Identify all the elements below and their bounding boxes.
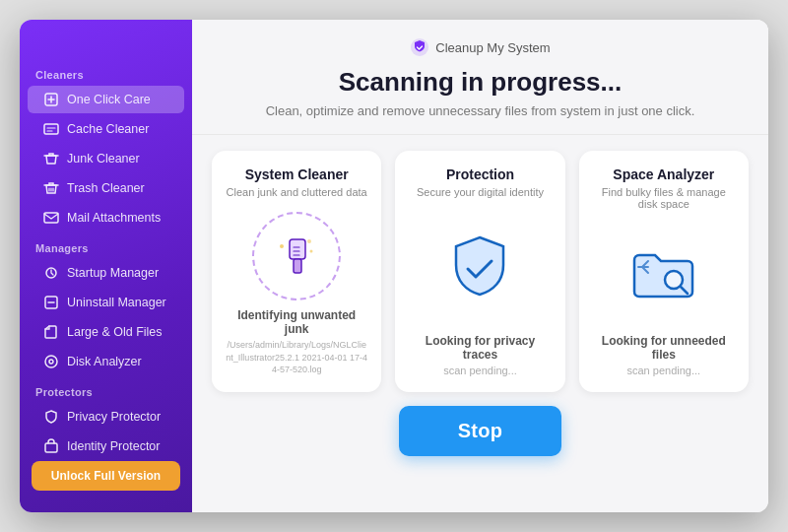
one-click-care-icon	[43, 92, 59, 107]
trash-cleaner-icon	[43, 180, 59, 196]
space-analyzer-subtitle: Find bulky files & manage disk space	[593, 186, 735, 210]
svg-rect-9	[290, 239, 305, 259]
sidebar-item-label: Trash Cleaner	[67, 181, 145, 195]
system-cleaner-file-path: /Users/admin/Library/Logs/NGLClient_Illu…	[226, 339, 367, 376]
sidebar: Cleaners One Click Care Cache Cleaner	[20, 20, 192, 512]
scan-title: Scanning in progress...	[212, 67, 749, 98]
svg-point-13	[307, 239, 311, 243]
cards-row: System Cleaner Clean junk and cluttered …	[212, 151, 749, 392]
sidebar-item-label: Junk Cleaner	[67, 152, 140, 166]
shield-check-icon	[440, 230, 519, 308]
sidebar-item-label: Uninstall Manager	[67, 296, 166, 309]
protection-title: Protection	[446, 166, 514, 182]
sidebar-item-one-click-care[interactable]: One Click Care	[28, 86, 184, 113]
space-analyzer-card: Space Analyzer Find bulky files & manage…	[579, 151, 749, 392]
svg-rect-1	[44, 124, 58, 134]
protectors-section-label: Protectors	[20, 376, 192, 402]
svg-point-12	[310, 250, 313, 253]
sidebar-item-identity-protector[interactable]: Identity Protector	[28, 432, 184, 460]
scan-subtitle: Clean, optimize and remove unnecessary f…	[212, 103, 749, 118]
protection-card: Protection Secure your digital identity …	[395, 151, 564, 392]
main-body: System Cleaner Clean junk and cluttered …	[192, 135, 768, 512]
sidebar-item-label: Mail Attachments	[67, 211, 161, 225]
protection-pending: scan pending...	[443, 365, 517, 376]
scan-animation	[252, 212, 341, 300]
space-analyzer-status: Looking for unneeded files	[593, 334, 735, 362]
stop-button[interactable]: Stop	[399, 406, 562, 456]
sidebar-item-label: Large & Old Files	[67, 325, 163, 339]
app-title-bar: Cleanup My System	[212, 37, 749, 57]
sidebar-item-uninstall-manager[interactable]: Uninstall Manager	[28, 289, 184, 316]
disk-analyzer-icon	[43, 354, 59, 369]
app-title-text: Cleanup My System	[435, 40, 550, 55]
protection-subtitle: Secure your digital identity	[417, 186, 544, 198]
space-analyzer-title: Space Analyzer	[613, 166, 714, 182]
system-cleaner-status: Identifying unwanted junk	[226, 308, 367, 336]
sidebar-item-large-old-files[interactable]: Large & Old Files	[28, 318, 184, 346]
large-old-files-icon	[43, 324, 59, 340]
sidebar-item-label: Identity Protector	[67, 439, 161, 453]
uninstall-manager-icon	[43, 295, 59, 310]
space-analyzer-illustration	[593, 224, 735, 326]
system-cleaner-subtitle: Clean junk and cluttered data	[227, 186, 367, 198]
cleaners-section-label: Cleaners	[20, 59, 192, 85]
privacy-protector-icon	[43, 409, 59, 425]
system-cleaner-card: System Cleaner Clean junk and cluttered …	[212, 151, 381, 392]
sidebar-item-cache-cleaner[interactable]: Cache Cleaner	[28, 115, 184, 143]
system-cleaner-illustration	[226, 212, 367, 300]
unlock-full-version-button[interactable]: Unlock Full Version	[32, 461, 180, 491]
svg-point-11	[280, 244, 284, 248]
identity-protector-icon	[43, 438, 59, 454]
sidebar-item-startup-manager[interactable]: Startup Manager	[28, 259, 184, 287]
sidebar-item-label: Disk Analyzer	[67, 355, 142, 368]
svg-rect-2	[44, 213, 58, 223]
cache-cleaner-icon	[43, 121, 59, 137]
svg-point-6	[49, 360, 53, 364]
folder-search-icon	[624, 235, 703, 314]
sidebar-item-privacy-protector[interactable]: Privacy Protector	[28, 403, 184, 431]
managers-section-label: Managers	[20, 233, 192, 258]
protection-status: Looking for privacy traces	[409, 334, 551, 362]
main-content: Cleanup My System Scanning in progress..…	[192, 20, 768, 512]
sidebar-item-label: Privacy Protector	[67, 410, 161, 424]
sidebar-item-label: Cache Cleaner	[67, 122, 149, 136]
sidebar-item-disk-analyzer[interactable]: Disk Analyzer	[28, 348, 184, 375]
svg-rect-7	[45, 443, 57, 452]
sidebar-item-label: One Click Care	[67, 93, 151, 106]
junk-cleaner-icon	[43, 151, 59, 166]
app-logo-icon	[410, 37, 429, 57]
mail-attachments-icon	[43, 210, 59, 226]
space-analyzer-pending: scan pending...	[627, 365, 701, 376]
broom-icon	[272, 232, 321, 281]
startup-manager-icon	[43, 265, 59, 281]
svg-rect-10	[294, 259, 301, 273]
system-cleaner-title: System Cleaner	[245, 166, 349, 182]
sidebar-item-label: Startup Manager	[67, 266, 159, 280]
sidebar-item-mail-attachments[interactable]: Mail Attachments	[28, 204, 184, 232]
svg-point-5	[45, 356, 57, 367]
protection-illustration	[409, 212, 551, 326]
main-header: Cleanup My System Scanning in progress..…	[192, 20, 768, 135]
sidebar-item-junk-cleaner[interactable]: Junk Cleaner	[28, 145, 184, 172]
sidebar-item-trash-cleaner[interactable]: Trash Cleaner	[28, 174, 184, 202]
